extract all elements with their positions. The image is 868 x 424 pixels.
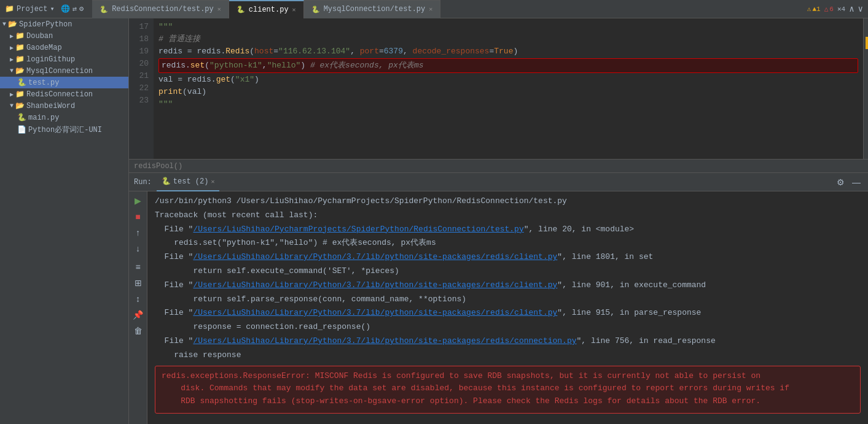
traceback-4-link[interactable]: /Users/LiuShihao/Library/Python/3.7/lib/… [193, 308, 557, 317]
line17-content: """ [158, 21, 173, 33]
tab-mysql-test[interactable]: 🐍 MysqlConnection/test.py ✕ [304, 0, 441, 18]
run-tab-close[interactable]: ✕ [211, 178, 214, 185]
logingithub-arrow: ▶ [10, 56, 14, 63]
trash-btn[interactable]: 🗑 [132, 324, 144, 337]
project-icon: 📁 [5, 4, 14, 13]
tab-client[interactable]: 🐍 client.py ✕ [229, 0, 304, 18]
douban-arrow: ▶ [10, 33, 14, 40]
sidebar-item-test-py[interactable]: 🐍 test.py [0, 77, 128, 88]
code-line-17: """ [158, 21, 858, 33]
douban-icon: 📁 [15, 31, 25, 40]
sidebar-item-mysqlconnection[interactable]: ▼ 📂 MysqlConnection [0, 65, 128, 77]
line18-content: # 普通连接 [158, 33, 200, 45]
collapse-btn[interactable]: ∨ [858, 4, 863, 14]
sidebar-item-redisconnection[interactable]: ▶ 📁 RedisConnection [0, 88, 128, 100]
sidebar-item-vocab[interactable]: 📄 Python必背词汇-UNI [0, 123, 128, 136]
sidebar-item-logingithub[interactable]: ▶ 📁 loginGithup [0, 53, 128, 65]
traceback-header: Traceback (most recent call last): [155, 209, 861, 222]
traceback-2-file: File "/Users/LiuShihao/Library/Python/3.… [155, 251, 861, 264]
tab-client-label: client.py [249, 6, 289, 14]
tab-redis-test[interactable]: 🐍 RedisConnection/test.py ✕ [92, 0, 229, 18]
info-badge[interactable]: ✕4 [837, 5, 845, 13]
tab-redis-test-close[interactable]: ✕ [217, 6, 221, 13]
pin-btn[interactable]: 📌 [131, 308, 145, 322]
code-line-23: """ [158, 98, 858, 110]
sidebar-item-main-py[interactable]: 🐍 main.py [0, 112, 128, 123]
toolbar-icon-1[interactable]: 🌐 [61, 4, 70, 13]
line20-content: redis. [162, 60, 190, 72]
sort-btn[interactable]: ↕ [134, 292, 142, 306]
project-label: Project [17, 5, 47, 13]
badge-area: ⚠▲1 △6 ✕4 ∧ ∨ [807, 4, 863, 14]
error-box: redis.exceptions.ResponseError: MISCONF … [155, 366, 861, 414]
root-folder-icon: 📂 [8, 20, 17, 29]
douban-label: Douban [26, 32, 53, 40]
format-btn[interactable]: ≡ [133, 260, 142, 274]
run-sidebar: ▶ ■ ↑ ↓ ≡ ⊞ ↕ 📌 🗑 [129, 191, 147, 424]
scroll-thumb[interactable] [866, 37, 868, 49]
traceback-4-file: File "/Users/LiuShihao/Library/Python/3.… [155, 307, 861, 320]
top-bar: 📁 Project ▾ 🌐 ⇄ ⚙ 🐍 RedisConnection/test… [0, 0, 868, 18]
shanbei-icon: 📂 [15, 101, 25, 110]
traceback-3-link[interactable]: /Users/LiuShihao/Library/Python/3.7/lib/… [193, 280, 557, 290]
mysql-arrow: ▼ [10, 67, 14, 74]
line-num-17: 17 [134, 21, 149, 33]
gaodemap-icon: 📁 [15, 43, 25, 52]
shanbei-label: ShanbeiWord [26, 102, 75, 110]
rerun-btn[interactable]: ↑ [134, 226, 142, 239]
tab-redis-test-icon: 🐍 [100, 6, 108, 13]
line-num-19: 19 [134, 45, 149, 58]
line-num-22: 22 [134, 82, 149, 94]
line22-content: print [158, 86, 182, 98]
code-editor[interactable]: 17 18 19 20 21 22 23 """ [129, 18, 868, 159]
redis-icon: 📁 [15, 90, 25, 99]
root-label: SpiderPython [19, 20, 72, 29]
tab-client-close[interactable]: ✕ [292, 6, 296, 13]
error-text: redis.exceptions.ResponseError: MISCONF … [162, 370, 854, 408]
traceback-4-code: response = connection.read_response() [155, 321, 861, 334]
gaodemap-arrow: ▶ [10, 44, 14, 52]
run-output[interactable]: /usr/bin/python3 /Users/LiuShihao/Pychar… [147, 191, 868, 424]
stop-btn[interactable]: ■ [133, 210, 142, 223]
tab-mysql-test-close[interactable]: ✕ [429, 6, 432, 13]
sidebar-item-gaodemap[interactable]: ▶ 📁 GaodeMap [0, 42, 128, 53]
logingithub-label: loginGithup [26, 55, 75, 64]
traceback-5-link[interactable]: /Users/LiuShihao/Library/Python/3.7/lib/… [193, 336, 576, 345]
editor-area: 17 18 19 20 21 22 23 """ [129, 18, 868, 424]
editor-tabs: 🐍 RedisConnection/test.py ✕ 🐍 client.py … [92, 0, 440, 18]
filter-btn[interactable]: ⊞ [133, 276, 144, 290]
traceback-1-link[interactable]: /Users/LiuShihao/PycharmProjects/SpiderP… [193, 225, 523, 234]
minimize-btn[interactable]: — [850, 176, 863, 188]
run-tab[interactable]: 🐍 test (2) ✕ [157, 173, 220, 191]
mainpy-label: main.py [28, 114, 59, 122]
expand-btn[interactable]: ∧ [849, 4, 854, 14]
sidebar-root[interactable]: ▼ 📂 SpiderPython [0, 18, 128, 30]
project-title[interactable]: 📁 Project ▾ 🌐 ⇄ ⚙ [5, 4, 84, 13]
code-line-21: val = redis.get("x1") [158, 74, 858, 86]
toolbar-icon-3[interactable]: ⚙ [79, 4, 84, 13]
run-label: Run: [134, 178, 152, 187]
tab-mysql-test-label: MysqlConnection/test.py [324, 5, 426, 13]
line19-var: redis [158, 45, 187, 58]
main-content: ▼ 📂 SpiderPython ▶ 📁 Douban ▶ 📁 GaodeMap… [0, 18, 868, 424]
traceback-3-file: File "/Users/LiuShihao/Library/Python/3.… [155, 279, 861, 292]
warn-badge[interactable]: ⚠▲1 [807, 5, 821, 13]
traceback-1-file: File "/Users/LiuShihao/PycharmProjects/S… [155, 223, 861, 236]
sidebar-item-douban[interactable]: ▶ 📁 Douban [0, 30, 128, 42]
error-badge[interactable]: △6 [824, 5, 834, 13]
code-line-20: redis.set("python-k1","hello") # ex代表sec… [158, 58, 858, 73]
sidebar-item-shanbeiword[interactable]: ▼ 📂 ShanbeiWord [0, 100, 128, 112]
mysql-label: MysqlConnection [26, 67, 93, 75]
toolbar-icon-2[interactable]: ⇄ [72, 4, 77, 13]
down-btn[interactable]: ↓ [134, 242, 142, 255]
traceback-2-code: return self.execute_command('SET', *piec… [155, 265, 861, 278]
run-tab-icon: 🐍 [162, 177, 171, 186]
tab-mysql-test-icon: 🐍 [311, 6, 320, 13]
line-num-21: 21 [134, 70, 149, 82]
traceback-2-link[interactable]: /Users/LiuShihao/Library/Python/3.7/lib/… [193, 252, 557, 261]
project-dropdown-icon[interactable]: ▾ [50, 4, 54, 13]
right-scrollbar[interactable] [863, 18, 868, 159]
play-btn[interactable]: ▶ [133, 194, 143, 207]
settings-btn[interactable]: ⚙ [834, 176, 847, 188]
code-content[interactable]: """ # 普通连接 redis = redis.Redis(host="116… [154, 18, 863, 159]
